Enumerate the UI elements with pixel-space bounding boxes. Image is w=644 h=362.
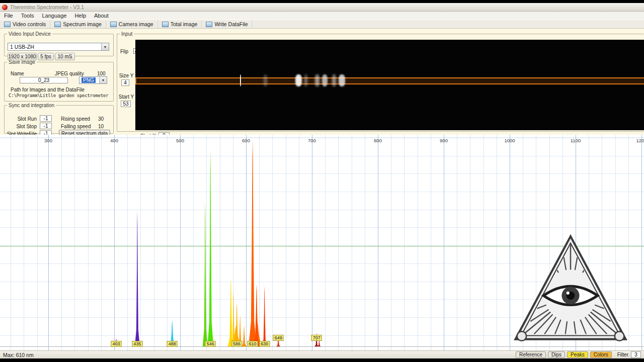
letterbox-bottom bbox=[0, 358, 644, 362]
falling-speed-label: Falling speed bbox=[61, 124, 91, 129]
spectrum-image-icon bbox=[54, 22, 61, 27]
eye-highlight bbox=[567, 292, 570, 295]
spectrum-line-segment bbox=[332, 74, 336, 86]
sync-integration-group: Sync and integration Slot Run -1 Rising … bbox=[4, 103, 114, 134]
video-device-select[interactable]: 1 USB-ZH bbox=[8, 43, 109, 51]
x-tick-1100: 1100 bbox=[571, 138, 581, 143]
toolbar-video-controls[interactable]: Video controls bbox=[0, 20, 50, 28]
write-datafile-icon bbox=[206, 22, 212, 27]
toolbar: Video controlsSpectrum imageCamera image… bbox=[0, 20, 644, 29]
peak-label-707: 707 bbox=[311, 335, 322, 341]
control-panel: Video Input Device 1 USB-ZH 1920 x 1080 … bbox=[0, 29, 644, 135]
x-tick-1000: 1000 bbox=[504, 138, 515, 143]
menu-tools[interactable]: Tools bbox=[17, 12, 38, 19]
toolbar-label: Write DataFile bbox=[214, 21, 248, 27]
capture-band[interactable] bbox=[135, 77, 644, 84]
size-y-label: Size Y bbox=[118, 73, 134, 78]
toolbar-label: Camera image bbox=[119, 21, 153, 27]
toolbar-spectrum-image[interactable]: Spectrum image bbox=[50, 20, 106, 28]
scroll-right bbox=[615, 331, 624, 341]
video-controls-icon bbox=[4, 22, 11, 27]
screen: Theremino Spectrometer - V3.1 FileToolsL… bbox=[0, 0, 644, 362]
statusbar: Max: 610 nm ReferenceDipsPeaksColors Fil… bbox=[0, 350, 644, 358]
spectrum-line-segment bbox=[322, 74, 328, 86]
status-button-peaks[interactable]: Peaks bbox=[567, 351, 588, 358]
peak-label-546: 546 bbox=[205, 341, 216, 347]
spectrum-line-segment bbox=[315, 74, 319, 86]
falling-speed-value[interactable]: 10 bbox=[98, 124, 104, 129]
image-format-select[interactable]: PNG bbox=[79, 76, 107, 84]
flip-label: Flip bbox=[120, 49, 128, 54]
titlebar: Theremino Spectrometer - V3.1 bbox=[0, 3, 644, 12]
x-tick-300: 300 bbox=[44, 138, 52, 143]
image-name-input[interactable]: 0_23 bbox=[20, 77, 68, 83]
toolbar-camera-image[interactable]: Camera image bbox=[106, 20, 158, 28]
menu-about[interactable]: About bbox=[90, 12, 113, 19]
spectrum-peak-628 bbox=[262, 287, 267, 347]
size-y-input[interactable]: 4 bbox=[121, 79, 129, 86]
x-tick-600: 600 bbox=[242, 138, 250, 143]
dropdown-arrow-icon[interactable] bbox=[99, 77, 107, 83]
start-y-label: Start Y bbox=[117, 94, 135, 100]
video-input-group: Video Input Device 1 USB-ZH 1920 x 1080 … bbox=[4, 31, 114, 56]
total-image-icon bbox=[162, 22, 169, 27]
x-tick-400: 400 bbox=[110, 138, 118, 143]
scroll-left bbox=[517, 331, 527, 341]
camera-preview[interactable] bbox=[135, 40, 644, 130]
spectrum-line-segment bbox=[295, 74, 302, 86]
input-group-title: Input bbox=[120, 31, 134, 37]
peak-label-435: 435 bbox=[132, 341, 142, 347]
sync-group-title: Sync and integration bbox=[7, 103, 56, 108]
spectrum-line-segment bbox=[339, 74, 345, 86]
peak-label-630: 630 bbox=[259, 341, 270, 347]
status-button-colors[interactable]: Colors bbox=[590, 351, 612, 358]
path-label: Path for Images and the DataFile bbox=[11, 87, 85, 93]
rising-speed-value[interactable]: 30 bbox=[98, 116, 104, 122]
status-button-reference[interactable]: Reference bbox=[516, 351, 546, 358]
status-button-dips[interactable]: Dips bbox=[548, 351, 565, 358]
save-image-group: Save image Name JPEG quality 100 0_23 PN… bbox=[4, 59, 114, 102]
slot-stop-input[interactable]: -1 bbox=[40, 123, 52, 129]
peak-label-610: 610 bbox=[248, 341, 258, 347]
slot-stop-label: Slot Stop bbox=[8, 124, 37, 129]
rising-speed-label: Rising speed bbox=[61, 116, 90, 122]
status-controls: ReferenceDipsPeaksColors Filter 3 bbox=[516, 351, 641, 358]
status-max-label: Max: 610 nm bbox=[3, 352, 34, 358]
menu-file[interactable]: File bbox=[0, 12, 17, 19]
toolbar-label: Spectrum image bbox=[63, 21, 101, 27]
toolbar-total-image[interactable]: Total image bbox=[158, 20, 202, 28]
spectrum-peak-610 bbox=[249, 139, 257, 346]
path-value: C:\Programm\Litlle garden spectrometer bbox=[9, 93, 108, 98]
spectrum-line-segment bbox=[304, 74, 307, 86]
app-icon bbox=[2, 5, 8, 10]
menu-help[interactable]: Help bbox=[70, 12, 90, 19]
spectrum-line-segment bbox=[264, 74, 267, 86]
x-tick-900: 900 bbox=[440, 138, 448, 143]
start-y-input[interactable]: 53 bbox=[121, 101, 131, 107]
filter-label: Filter bbox=[617, 352, 628, 357]
toolbar-write-datafile[interactable]: Write DataFile bbox=[202, 20, 252, 28]
spectrum-line-segment bbox=[240, 74, 241, 86]
pyramid-eye-watermark bbox=[510, 234, 631, 344]
input-group: Input Flip Size Y 4 Start Y 53 Start X 0 bbox=[117, 31, 644, 132]
dropdown-arrow-icon[interactable] bbox=[101, 43, 109, 50]
peak-label-488: 488 bbox=[167, 341, 178, 347]
filter-value-box[interactable]: 3 bbox=[631, 351, 641, 358]
status-buttons: ReferenceDipsPeaksColors bbox=[516, 351, 612, 358]
peak-label-403: 403 bbox=[111, 341, 121, 347]
peak-label-649: 649 bbox=[273, 335, 284, 341]
menubar: FileToolsLanguageHelpAbout bbox=[0, 12, 644, 20]
jpeg-quality-label: JPEG quality bbox=[55, 71, 84, 76]
x-tick-500: 500 bbox=[176, 138, 184, 143]
window-title: Theremino Spectrometer - V3.1 bbox=[10, 4, 84, 10]
name-label: Name bbox=[11, 71, 24, 76]
slot-run-input[interactable]: -1 bbox=[40, 115, 52, 122]
x-tick-1200: 1200 bbox=[636, 138, 644, 143]
video-device-value: 1 USB-ZH bbox=[10, 44, 34, 50]
spectrum-chart[interactable]: 3004005006007008009001000110012004034354… bbox=[0, 135, 644, 350]
x-tick-700: 700 bbox=[308, 138, 316, 143]
spectrum-peak-435 bbox=[135, 211, 140, 346]
jpeg-quality-value[interactable]: 100 bbox=[97, 71, 106, 76]
menu-language[interactable]: Language bbox=[38, 12, 70, 19]
toolbar-label: Video controls bbox=[13, 21, 46, 27]
